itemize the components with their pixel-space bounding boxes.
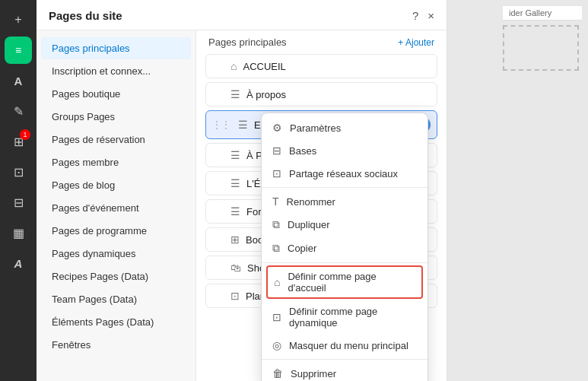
sidebar-item-inscription[interactable]: Inscription et connex... [41, 60, 191, 82]
canvas-dashed-box [503, 25, 579, 71]
main-area: Pages du site ? × Pages principalesInscr… [37, 0, 588, 381]
sidebar-item-dynamiques[interactable]: Pages dynamiques [41, 243, 191, 265]
toolbar-edit-btn[interactable]: ✎ [5, 97, 32, 125]
page-icon-equipe: ☰ [230, 177, 240, 189]
sidebar-item-principales[interactable]: Pages principales [41, 37, 191, 59]
sidebar-item-blog[interactable]: Pages de blog [41, 174, 191, 196]
page-item-apropos[interactable]: ☰À propos [205, 82, 437, 106]
layout-icon: ▦ [13, 226, 24, 240]
sidebar-item-team[interactable]: Team Pages (Data) [41, 288, 191, 310]
cm-icon-accueil_set: ⌂ [274, 276, 280, 288]
cm-label-supprimer: Supprimer [291, 368, 336, 379]
page-icon-form: ☰ [230, 205, 240, 217]
page-icon-shop: 🛍 [230, 262, 241, 274]
toolbar-pages-btn[interactable]: ≡ [5, 37, 32, 64]
cm-icon-copier: ⧉ [272, 242, 280, 255]
sidebar-item-reservation[interactable]: Pages de réservation [41, 129, 191, 151]
context-menu-item-partage[interactable]: ⊡Partage réseaux sociaux [262, 162, 427, 185]
cm-icon-renommer: T [272, 195, 279, 208]
close-icon[interactable]: × [427, 9, 434, 22]
page-icon-plans: ⊡ [230, 290, 240, 302]
toolbar-components-btn[interactable]: ⊡ [5, 158, 32, 186]
page-icon-apropos: ☰ [230, 88, 240, 100]
toolbar-media-btn[interactable]: ⊟ [5, 189, 32, 216]
divider3 [262, 359, 427, 360]
panel-header-icons: ? × [412, 9, 434, 22]
nav-sidebar: Pages principalesInscription et connex..… [37, 30, 196, 381]
cm-icon-dupliquer: ⧉ [272, 218, 280, 231]
divider1 [262, 187, 427, 188]
context-menu-item-parametres[interactable]: ⚙Paramètres [262, 116, 427, 139]
add-page-button[interactable]: + Ajouter [398, 37, 434, 48]
cm-icon-partage: ⊡ [272, 167, 281, 179]
pages-list-header: Pages principales + Ajouter [205, 37, 437, 48]
toolbar-apps-btn[interactable]: ⊞ 1 [5, 128, 32, 155]
context-menu-item-masquer[interactable]: ◎Masquer du menu principal [262, 334, 427, 357]
context-menu-item-supprimer[interactable]: 🗑Supprimer [262, 362, 427, 381]
toolbar-add-btn[interactable]: + [5, 6, 32, 33]
page-icon-apropos2: ☰ [230, 149, 240, 161]
context-menu-item-copier[interactable]: ⧉Copier [262, 237, 427, 260]
cm-label-copier: Copier [288, 243, 316, 254]
font-icon: A [14, 257, 23, 270]
slider-gallery-label: ider Gallery [503, 6, 582, 21]
pages-icon: ≡ [15, 44, 21, 56]
cm-label-renommer: Renommer [287, 196, 335, 208]
toolbar-text-btn[interactable]: A [5, 67, 32, 94]
divider2 [262, 262, 427, 263]
panel-header: Pages du site ? × [37, 0, 447, 30]
cm-label-masquer: Masquer du menu principal [289, 340, 408, 351]
cm-icon-masquer: ◎ [272, 339, 281, 351]
cm-label-parametres: Paramètres [290, 122, 341, 134]
page-item-accueil[interactable]: ⌂ACCUEIL [205, 54, 437, 78]
page-name-accueil: ACCUEIL [243, 61, 431, 72]
text-icon: A [14, 75, 23, 87]
cm-label-accueil_set: Définir comme page d'accueil [288, 271, 415, 294]
page-icon-email: ☰ [238, 119, 248, 131]
sidebar-item-elements[interactable]: Éléments Pages (Data) [41, 311, 191, 333]
page-icon-bookonline: ⊞ [230, 233, 240, 246]
cm-icon-supprimer: 🗑 [272, 367, 283, 379]
help-icon[interactable]: ? [412, 9, 418, 22]
sidebar-item-programme[interactable]: Pages de programme [41, 220, 191, 242]
canvas-content: ider Gallery [497, 0, 588, 77]
add-icon: + [14, 13, 21, 27]
page-name-apropos: À propos [246, 89, 431, 100]
context-menu-item-dynamique_set[interactable]: ⊡Définir comme page dynamique [262, 300, 427, 334]
cm-label-partage: Partage réseaux sociaux [289, 168, 398, 179]
drag-handle: ⋮⋮ [212, 119, 230, 130]
sidebar-item-membre[interactable]: Pages membre [41, 151, 191, 173]
page-icon-accueil: ⌂ [230, 60, 237, 72]
cm-icon-dynamique_set: ⊡ [272, 311, 281, 323]
cm-icon-parametres: ⚙ [272, 122, 282, 134]
apps-badge: 1 [20, 129, 30, 140]
cm-label-dynamique_set: Définir comme page dynamique [289, 306, 417, 329]
context-menu-item-accueil_set[interactable]: ⌂Définir comme page d'accueil [266, 265, 423, 299]
sidebar-item-evenement[interactable]: Pages d'événement [41, 197, 191, 219]
context-menu-item-renommer[interactable]: TRenommer [262, 190, 427, 213]
pages-list-title: Pages principales [208, 37, 287, 48]
context-menu: ⚙Paramètres⊟Bases⊡Partage réseaux sociau… [261, 113, 428, 381]
sidebar-item-recipes[interactable]: Recipes Pages (Data) [41, 265, 191, 287]
toolbar-layout-btn[interactable]: ▦ [5, 219, 32, 246]
context-menu-item-dupliquer[interactable]: ⧉Dupliquer [262, 213, 427, 237]
components-icon: ⊡ [14, 165, 24, 179]
media-icon: ⊟ [14, 195, 24, 210]
cm-icon-bases: ⊟ [272, 144, 281, 157]
sidebar-item-fenetres[interactable]: Fenêtres [41, 334, 191, 356]
toolbar-font-btn[interactable]: A [5, 249, 32, 277]
context-menu-item-bases[interactable]: ⊟Bases [262, 139, 427, 162]
sidebar-item-groups[interactable]: Groups Pages [41, 106, 191, 128]
left-toolbar: + ≡ A ✎ ⊞ 1 ⊡ ⊟ ▦ A [0, 0, 37, 381]
canvas-area: ider Gallery [447, 0, 588, 381]
panel-title: Pages du site [49, 9, 122, 22]
cm-label-bases: Bases [289, 145, 316, 157]
edit-icon: ✎ [14, 104, 24, 119]
sidebar-item-boutique[interactable]: Pages boutique [41, 83, 191, 105]
cm-label-dupliquer: Dupliquer [288, 219, 330, 230]
